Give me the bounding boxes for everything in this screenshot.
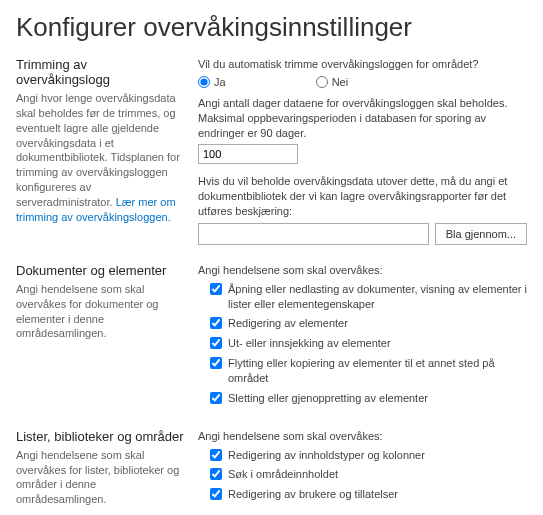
check-doc-open[interactable] bbox=[210, 283, 222, 295]
documents-heading: Dokumenter og elementer bbox=[16, 263, 184, 278]
check-doc-move[interactable] bbox=[210, 357, 222, 369]
check-list-search[interactable] bbox=[210, 468, 222, 480]
trimming-desc-text: Angi hvor lenge overvåkingsdata skal beh… bbox=[16, 92, 180, 208]
auto-trim-question: Vil du automatisk trimme overvåkingslogg… bbox=[198, 57, 527, 72]
check-doc-move-label: Flytting eller kopiering av elementer ti… bbox=[228, 356, 527, 386]
section-trimming: Trimming av overvåkingslogg Angi hvor le… bbox=[16, 57, 527, 245]
check-list-users-label: Redigering av brukere og tillatelser bbox=[228, 487, 398, 502]
check-doc-checkout-label: Ut- eller innsjekking av elementer bbox=[228, 336, 391, 351]
days-input[interactable] bbox=[198, 144, 298, 164]
check-doc-checkout[interactable] bbox=[210, 337, 222, 349]
check-doc-edit-label: Redigering av elementer bbox=[228, 316, 348, 331]
page-title: Konfigurer overvåkingsinnstillinger bbox=[16, 12, 527, 43]
check-list-contenttypes[interactable] bbox=[210, 449, 222, 461]
documents-checklist: Åpning eller nedlasting av dokumenter, v… bbox=[198, 282, 527, 406]
lists-heading: Lister, biblioteker og områder bbox=[16, 429, 184, 444]
radio-yes[interactable] bbox=[198, 76, 210, 88]
days-question: Angi antall dager dataene for overvåking… bbox=[198, 96, 527, 141]
lists-checklist: Redigering av innholdstyper og kolonner … bbox=[198, 448, 527, 503]
auto-trim-radios: Ja Nei bbox=[198, 76, 527, 88]
library-input[interactable] bbox=[198, 223, 429, 245]
browse-button[interactable]: Bla gjennom... bbox=[435, 223, 527, 245]
documents-desc: Angi hendelsene som skal overvåkes for d… bbox=[16, 282, 184, 341]
lists-prompt: Angi hendelsene som skal overvåkes: bbox=[198, 429, 527, 444]
section-documents: Dokumenter og elementer Angi hendelsene … bbox=[16, 263, 527, 411]
check-list-contenttypes-label: Redigering av innholdstyper og kolonner bbox=[228, 448, 425, 463]
check-doc-delete-label: Sletting eller gjenoppretting av element… bbox=[228, 391, 428, 406]
library-question: Hvis du vil beholde overvåkingsdata utov… bbox=[198, 174, 527, 219]
section-lists: Lister, biblioteker og områder Angi hend… bbox=[16, 429, 527, 507]
check-list-search-label: Søk i områdeinnholdet bbox=[228, 467, 338, 482]
radio-no-label: Nei bbox=[332, 76, 349, 88]
check-doc-delete[interactable] bbox=[210, 392, 222, 404]
check-doc-edit[interactable] bbox=[210, 317, 222, 329]
check-doc-open-label: Åpning eller nedlasting av dokumenter, v… bbox=[228, 282, 527, 312]
lists-desc: Angi hendelsene som skal overvåkes for l… bbox=[16, 448, 184, 507]
trimming-heading: Trimming av overvåkingslogg bbox=[16, 57, 184, 87]
check-list-users[interactable] bbox=[210, 488, 222, 500]
documents-prompt: Angi hendelsene som skal overvåkes: bbox=[198, 263, 527, 278]
radio-yes-label: Ja bbox=[214, 76, 226, 88]
trimming-desc: Angi hvor lenge overvåkingsdata skal beh… bbox=[16, 91, 184, 225]
radio-no[interactable] bbox=[316, 76, 328, 88]
